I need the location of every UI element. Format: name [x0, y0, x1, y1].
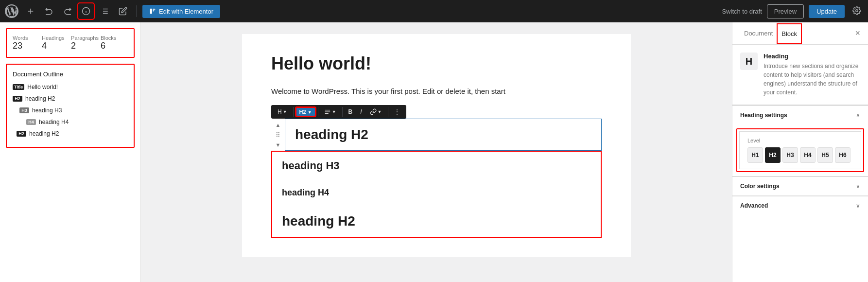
post-intro[interactable]: Welcome to WordPress. This is your first… [271, 86, 602, 97]
italic-button[interactable]: I [357, 106, 365, 117]
preview-button[interactable]: Preview [767, 4, 804, 18]
outline-badge-h4: H4 [26, 119, 36, 125]
toolbar-separator [293, 107, 294, 117]
toolbar-separator [136, 5, 137, 17]
heading-settings-label: Heading settings [740, 112, 787, 119]
tab-document[interactable]: Document [740, 24, 777, 44]
bold-button[interactable]: B [345, 106, 356, 117]
headings-value: 4 [42, 41, 69, 51]
dropdown-h2b[interactable]: heading H2 [272, 206, 601, 237]
tab-block[interactable]: Block [777, 23, 802, 44]
heading-dropdown: heading H3 heading H4 heading H2 [271, 151, 602, 238]
headings-label: Headings [42, 35, 69, 41]
list-view-button[interactable] [97, 4, 112, 18]
sidebar-header: Document Block × [732, 22, 868, 45]
block-name: Heading [764, 53, 860, 60]
heading-type-button[interactable]: H ▼ [274, 106, 291, 117]
advanced-label: Advanced [740, 202, 768, 209]
link-button[interactable]: ▼ [366, 106, 385, 117]
outline-item-text: heading H2 [29, 130, 59, 137]
level-label: Level [747, 138, 853, 143]
level-h4-button[interactable]: H4 [800, 147, 816, 163]
block-drag-handle[interactable]: ⠿ [275, 130, 281, 140]
level-h1-button[interactable]: H1 [747, 147, 763, 163]
heading-h2-text[interactable]: heading H2 [295, 127, 591, 142]
main-layout: Words 23 Headings 4 Paragraphs 2 Blocks … [0, 22, 868, 282]
outline-item-text: heading H2 [25, 95, 55, 102]
stats-grid: Words 23 Headings 4 Paragraphs 2 Blocks … [13, 35, 128, 51]
heading-h2b-text: heading H2 [282, 213, 591, 229]
headings-stat: Headings 4 [42, 35, 69, 51]
level-h3-button[interactable]: H3 [782, 147, 798, 163]
info-button[interactable] [79, 4, 93, 18]
color-settings-header[interactable]: Color settings ∨ [732, 176, 868, 195]
heading-toolbar-wrapper: H ▼ H2 ▼ [271, 105, 602, 238]
toolbar-separator [388, 107, 388, 117]
level-section: Level H1 H2 H3 H4 H5 H6 [739, 131, 861, 169]
block-down-arrow[interactable]: ▼ [275, 141, 282, 149]
svg-point-14 [856, 9, 858, 12]
heading-block[interactable]: heading H2 [285, 119, 602, 151]
outline-title: Document Outline [13, 70, 128, 78]
outline-badge-h2a: H2 [13, 96, 22, 102]
dropdown-h4[interactable]: heading H4 [272, 180, 601, 206]
color-settings-chevron: ∨ [856, 183, 860, 190]
editor-scroll[interactable]: Hello world! Welcome to WordPress. This … [141, 22, 732, 282]
topbar: Edit with Elementor Switch to draft Prev… [0, 0, 868, 22]
dropdown-h3[interactable]: heading H3 [272, 152, 601, 180]
toolbar-group-h2: H2 ▼ [296, 107, 315, 116]
level-buttons: H1 H2 H3 H4 H5 H6 [747, 147, 853, 163]
outline-item-h4: H4 heading H4 [13, 118, 128, 126]
outline-item-h2b: H2 heading H2 [13, 129, 128, 138]
outline-item-text: heading H3 [32, 107, 62, 114]
block-icon: H [740, 53, 758, 70]
redo-button[interactable] [60, 4, 75, 18]
advanced-header[interactable]: Advanced ∨ [732, 196, 868, 215]
toolbar-separator [342, 107, 343, 117]
blocks-value: 6 [101, 41, 128, 51]
paragraphs-label: Paragraphs [71, 35, 99, 41]
toolbar-separator [318, 107, 318, 117]
paragraphs-value: 2 [71, 41, 99, 51]
level-h5-button[interactable]: H5 [817, 147, 833, 163]
advanced-section: Advanced ∨ [732, 195, 868, 215]
update-button[interactable]: Update [809, 5, 845, 18]
switch-draft-button[interactable]: Switch to draft [722, 8, 762, 15]
heading-settings-header[interactable]: Heading settings ∧ [732, 106, 868, 124]
add-block-button[interactable] [23, 4, 38, 18]
color-settings-label: Color settings [740, 183, 780, 190]
align-button[interactable]: ▼ [321, 106, 340, 117]
words-stat: Words 23 [13, 35, 40, 51]
right-sidebar: Document Block × H Heading Introduce new… [732, 22, 868, 282]
editor-area: Hello world! Welcome to WordPress. This … [141, 22, 732, 282]
sidebar-close-button[interactable]: × [855, 28, 860, 38]
sidebar-body: H Heading Introduce new sections and org… [732, 45, 868, 282]
edit-elementor-button[interactable]: Edit with Elementor [142, 5, 220, 18]
undo-button[interactable] [42, 4, 56, 18]
heading-h3-text: heading H3 [282, 159, 591, 172]
block-description: Introduce new sections and organize cont… [764, 62, 860, 97]
heading-toolbar: H ▼ H2 ▼ [271, 105, 406, 119]
paragraphs-stat: Paragraphs 2 [71, 35, 99, 51]
document-outline: Document Outline Title Hello world! H2 h… [6, 64, 135, 148]
more-options-button[interactable]: ⋮ [391, 106, 403, 117]
outline-item-h2a: H2 heading H2 [13, 94, 128, 103]
h2-level-button[interactable]: H2 ▼ [296, 107, 315, 116]
level-h6-button[interactable]: H6 [835, 147, 851, 163]
color-settings-section: Color settings ∨ [732, 176, 868, 195]
outline-badge-title: Title [13, 84, 24, 90]
outline-item-text: Hello world! [27, 84, 58, 90]
heading-settings-chevron: ∧ [856, 112, 860, 119]
edit-mode-button[interactable] [116, 4, 130, 18]
block-up-arrow[interactable]: ▲ [275, 121, 282, 129]
block-info-text: Heading Introduce new sections and organ… [764, 53, 860, 97]
level-section-wrapper: Level H1 H2 H3 H4 H5 H6 [736, 128, 864, 172]
heading-settings-section: Heading settings ∧ Level H1 H2 H3 H4 H5 … [732, 105, 868, 172]
level-h2-button[interactable]: H2 [765, 147, 781, 163]
topbar-right: Switch to draft Preview Update [722, 3, 864, 19]
settings-button[interactable] [850, 3, 864, 19]
left-sidebar: Words 23 Headings 4 Paragraphs 2 Blocks … [0, 22, 141, 282]
post-title[interactable]: Hello world! [271, 53, 602, 74]
advanced-chevron: ∨ [856, 202, 860, 209]
wp-logo [4, 3, 19, 19]
